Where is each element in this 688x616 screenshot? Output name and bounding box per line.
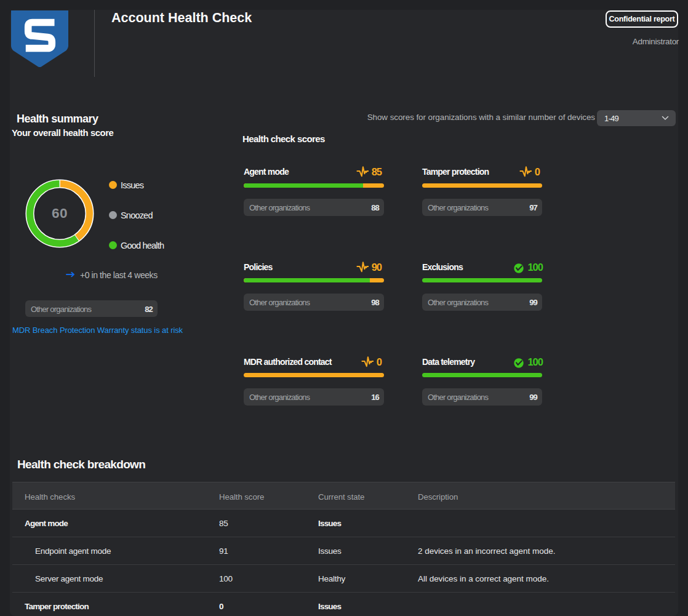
svg-text:60: 60 [52, 206, 68, 221]
